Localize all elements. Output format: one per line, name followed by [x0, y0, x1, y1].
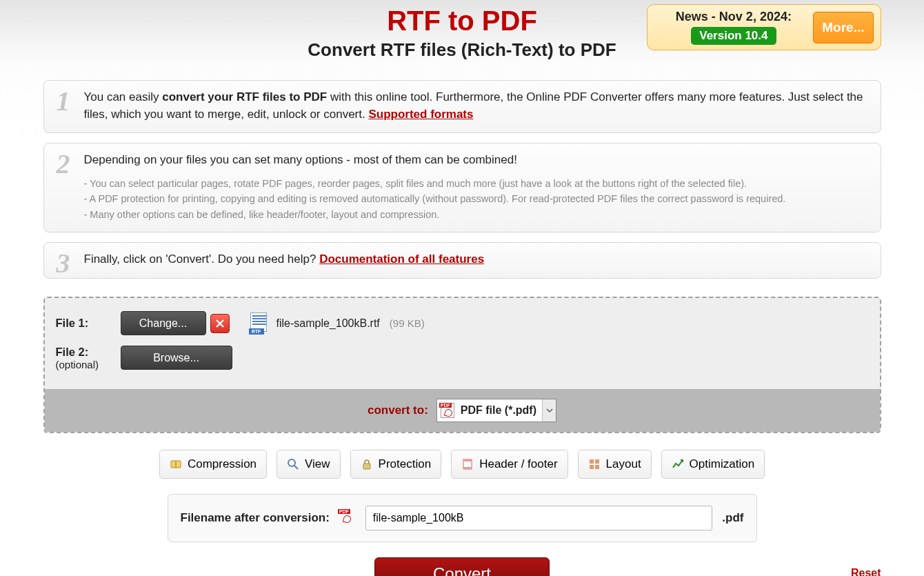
header-footer-label: Header / footer [479, 457, 557, 471]
svg-point-2 [288, 459, 295, 466]
browse-button[interactable]: Browse... [121, 346, 232, 370]
options-row: Compression View Protection Header / foo… [43, 450, 881, 479]
svg-rect-7 [463, 467, 472, 469]
lock-icon [361, 458, 373, 470]
convert-to-select[interactable]: PDF PDF file (*.pdf) [436, 399, 556, 422]
remove-file-button[interactable] [210, 314, 230, 333]
compression-button[interactable]: Compression [159, 450, 267, 479]
file1-label: File 1: [56, 317, 121, 330]
reset-link[interactable]: Reset [851, 567, 881, 576]
protection-label: Protection [379, 457, 432, 471]
step3-text-pre: Finally, click on 'Convert'. Do you need… [84, 252, 320, 266]
view-button[interactable]: View [277, 450, 341, 479]
supported-formats-link[interactable]: Supported formats [368, 108, 473, 121]
step-number-3: 3 [57, 247, 70, 279]
step2-main: Depending on your files you can set many… [84, 152, 868, 169]
step2-bullet-3: - Many other options can be defined, lik… [84, 207, 868, 222]
optimization-label: Optimization [690, 457, 754, 471]
rtf-file-icon: RTF [249, 312, 268, 335]
view-label: View [305, 457, 330, 471]
convert-to-bar: convert to: PDF PDF file (*.pdf) [45, 389, 880, 432]
file2-label: File 2: [56, 346, 89, 358]
change-button[interactable]: Change... [121, 311, 206, 335]
file1-size: (99 KB) [390, 317, 425, 329]
layout-icon [588, 458, 601, 470]
svg-rect-11 [595, 465, 599, 469]
svg-rect-4 [363, 464, 370, 469]
step3-card: 3 Finally, click on 'Convert'. Do you ne… [43, 242, 881, 279]
file-row-2: File 2: (optional) Browse... [56, 345, 869, 371]
file2-optional: (optional) [56, 359, 121, 370]
close-icon [215, 318, 225, 329]
compression-label: Compression [188, 457, 257, 471]
svg-rect-6 [463, 459, 472, 461]
svg-rect-8 [590, 459, 594, 464]
step-number-2: 2 [57, 148, 70, 180]
step1-text-pre: You can easily [84, 90, 163, 103]
header-footer-icon [461, 458, 474, 470]
svg-rect-10 [590, 465, 594, 469]
step2-bullet-1: - You can select particular pages, rotat… [84, 176, 868, 191]
svg-rect-1 [175, 461, 177, 468]
news-title: News - Nov 2, 2024: [654, 10, 814, 24]
filename-label: Filename after conversion: [181, 511, 330, 525]
layout-label: Layout [606, 457, 641, 471]
documentation-link[interactable]: Documentation of all features [319, 252, 484, 266]
protection-button[interactable]: Protection [350, 450, 442, 479]
header-footer-button[interactable]: Header / footer [451, 450, 568, 479]
upload-area: File 1: Change... RTF file-sample_100kB.… [43, 297, 881, 433]
file1-name: file-sample_100kB.rtf [277, 317, 380, 330]
pdf-icon: PDF [437, 403, 458, 418]
convert-button[interactable]: Convert [374, 557, 550, 576]
more-button[interactable]: More... [813, 12, 873, 43]
magnifier-icon [287, 458, 299, 470]
file-row-1: File 1: Change... RTF file-sample_100kB.… [56, 310, 869, 337]
step-number-1: 1 [57, 85, 70, 117]
chevron-down-icon[interactable] [542, 399, 556, 421]
filename-box: Filename after conversion: PDF .pdf [168, 494, 757, 542]
pdf-icon: PDF [339, 509, 356, 527]
filename-ext: .pdf [722, 511, 743, 525]
svg-rect-9 [595, 459, 599, 464]
optimization-button[interactable]: Optimization [661, 450, 765, 479]
step2-card: 2 Depending on your files you can set ma… [43, 143, 881, 232]
layout-button[interactable]: Layout [578, 450, 652, 479]
svg-line-3 [294, 466, 298, 469]
convert-to-label: convert to: [368, 404, 428, 417]
step2-bullet-2: - A PDF protection for printing, copying… [84, 191, 868, 206]
optimization-icon [672, 458, 684, 470]
step1-card: 1 You can easily convert your RTF files … [43, 80, 881, 133]
compression-icon [170, 458, 182, 470]
convert-to-value: PDF file (*.pdf) [458, 399, 542, 421]
filename-input[interactable] [365, 506, 713, 530]
version-badge: Version 10.4 [691, 27, 776, 45]
step1-text-bold: convert your RTF files to PDF [162, 90, 327, 103]
news-box: News - Nov 2, 2024: Version 10.4 More... [647, 4, 881, 50]
